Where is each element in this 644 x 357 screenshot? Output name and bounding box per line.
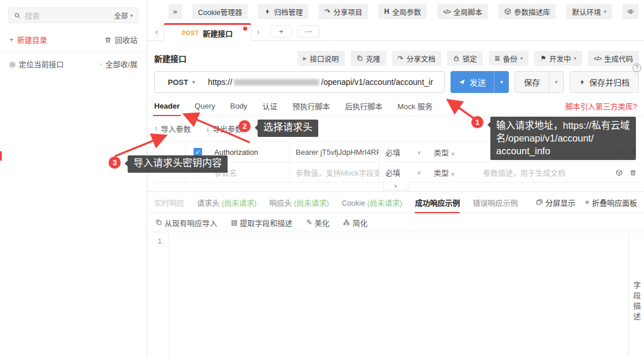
request-tabs: Header Query Body 认证 预执行脚本 后执行脚本 Mock 服务… — [147, 96, 644, 116]
toggle-all-button[interactable]: › 全部收/展 — [100, 58, 137, 69]
locate-current-label: 定位当前接口 — [18, 58, 64, 69]
play-icon: ▶ — [303, 55, 307, 61]
send-split-button: 发送 ▾ — [451, 71, 509, 93]
tab-success-example[interactable]: 成功响应示例 — [415, 197, 460, 208]
export-params-button[interactable]: ↓ 导出参数 — [206, 123, 243, 134]
split-view-icon — [536, 199, 543, 206]
search-scope-dropdown[interactable]: 全部 ▾ — [114, 10, 133, 20]
search-icon — [14, 12, 21, 19]
cube-icon — [504, 8, 511, 15]
url-input[interactable]: https:// /openapi/v1/account/account_ir — [208, 77, 444, 87]
beautify-button[interactable]: ✎ 美化 — [306, 217, 329, 228]
save-archive-button[interactable]: 保存并归档 — [569, 71, 639, 93]
extract-fields-button[interactable]: ▤ 提取字段和描述 — [231, 217, 292, 228]
tab-request-headers[interactable]: 请求头 (尚未请求) — [197, 197, 256, 208]
unsaved-dot — [243, 27, 247, 31]
toggle-all-label: 全部收/展 — [105, 58, 137, 69]
required-select[interactable]: 必填 ∨ — [379, 162, 428, 183]
step-3-badge: 3 — [109, 157, 121, 169]
tab-error-example[interactable]: 错误响应示例 — [472, 197, 518, 208]
response-tabs: 实时响应 请求头 (尚未请求) 响应头 (尚未请求) Cookie (尚未请求)… — [147, 192, 644, 213]
required-select[interactable]: 必填 ∨ — [379, 142, 428, 162]
add-tab-button[interactable]: + — [270, 25, 292, 38]
new-folder-button[interactable]: + 新建目录 — [9, 34, 47, 45]
collapse-response-panel-button[interactable]: » 折叠响应面板 — [586, 197, 637, 208]
tab-cookie[interactable]: Cookie (尚未请求) — [342, 197, 403, 208]
tab-realtime-response[interactable]: 实时响应 — [154, 197, 184, 208]
tab-body[interactable]: Body — [230, 102, 247, 110]
third-party-lib-link[interactable]: 脚本引入第三方类库? — [565, 101, 637, 111]
beautify-label: 美化 — [314, 217, 329, 228]
search-input[interactable]: 搜索 全部 ▾ — [8, 8, 139, 23]
collapse-toolbar-button[interactable]: » — [169, 4, 182, 19]
simplify-button[interactable]: 简化 — [343, 217, 367, 228]
import-params-button[interactable]: ↑ 导入参数 — [154, 123, 191, 134]
url-suffix: /openapi/v1/account/account_ir — [321, 77, 433, 87]
env-visibility-button[interactable] — [623, 4, 639, 19]
cube-icon[interactable] — [616, 169, 623, 176]
clone-button[interactable]: 克隆 — [351, 51, 386, 66]
tab-post-script[interactable]: 后执行脚本 — [345, 101, 382, 111]
backup-dropdown[interactable]: ≣ 备份 ▾ — [489, 51, 529, 66]
tab-new-endpoint[interactable]: POST 新建接口 — [163, 23, 251, 41]
tab-header[interactable]: Header — [154, 102, 180, 110]
chevron-down-icon: ▾ — [520, 55, 523, 61]
split-view-button[interactable]: 分屏显示 — [536, 197, 575, 208]
share-icon: ↷ — [325, 8, 330, 15]
clone-label: 克隆 — [366, 53, 381, 64]
save-split-button: 保存 ▾ — [515, 71, 564, 93]
param-value-input[interactable]: 参数值，支持Mock字段变量 — [289, 162, 379, 183]
share-doc-button[interactable]: ↷ 分享文档 — [392, 51, 441, 66]
double-chevron-icon: » — [173, 8, 177, 16]
row-actions — [605, 169, 641, 176]
left-edge-indicator — [0, 151, 2, 161]
pending-badge: (尚未请求) — [222, 199, 257, 207]
trash-icon[interactable] — [630, 169, 636, 176]
save-button[interactable]: 保存 — [515, 72, 549, 92]
tab-response-headers[interactable]: 响应头 (尚未请求) — [269, 197, 329, 208]
field-description-rail[interactable]: 字段描述 — [628, 232, 644, 357]
status-dropdown[interactable]: ⚑ 开发中 ▾ — [534, 51, 582, 66]
arrow-down-icon: ↓ — [206, 124, 210, 133]
url-redacted-segment — [234, 79, 319, 85]
type-select[interactable]: 类型 ∨ — [428, 167, 477, 178]
url-prefix: https:// — [208, 77, 232, 87]
recycle-bin-button[interactable]: 回收站 — [105, 34, 137, 45]
environment-label: 默认环境 — [572, 6, 601, 17]
locate-current-button[interactable]: ◎ 定位当前接口 — [9, 58, 64, 69]
tab-auth[interactable]: 认证 — [262, 101, 277, 111]
codegen-button[interactable]: </> 生成代码 — [588, 51, 639, 66]
tab-strip: ‹ POST 新建接口 › + ⋯ — [147, 23, 644, 41]
share-project-button[interactable]: ↷ 分享项目 — [319, 4, 368, 19]
method-dropdown[interactable]: POST ▾ — [155, 78, 208, 87]
collapse-request-panel-button[interactable]: ∨ — [383, 182, 408, 191]
save-options-button[interactable]: ▾ — [549, 72, 563, 92]
param-desc-lib-button[interactable]: 参数描述库 — [498, 4, 556, 19]
code-icon: </> — [594, 55, 601, 62]
cookie-manager-button[interactable]: Cookie管理器 — [192, 4, 248, 19]
tab-pre-script[interactable]: 预执行脚本 — [292, 101, 330, 111]
tab-mock[interactable]: Mock 服务 — [397, 101, 433, 111]
plus-icon: + — [9, 35, 14, 44]
lock-button[interactable]: 锁定 — [447, 51, 483, 66]
param-desc-input[interactable]: 参数描述，用于生成文档 — [477, 167, 605, 178]
type-select[interactable]: 类型 ∨ — [428, 147, 477, 158]
chevron-down-icon: ▾ — [130, 13, 133, 18]
global-params-button[interactable]: H 全局参数 — [378, 4, 427, 19]
tab-query[interactable]: Query — [195, 102, 215, 110]
editor-content[interactable] — [169, 232, 628, 357]
tabs-scroll-right-button[interactable]: › — [251, 23, 265, 40]
tab-more-button[interactable]: ⋯ — [297, 25, 319, 38]
send-button[interactable]: 发送 — [451, 71, 494, 93]
environment-dropdown[interactable]: 默认环境 ▾ — [566, 4, 612, 19]
tabs-scroll-left-button[interactable]: ‹ — [150, 23, 163, 40]
global-scripts-button[interactable]: </> 全局脚本 — [437, 4, 488, 19]
endpoint-doc-button[interactable]: ▶ 接口说明 — [297, 51, 345, 66]
import-from-response-button[interactable]: 从现有响应导入 — [155, 217, 217, 228]
send-options-button[interactable]: ▾ — [494, 71, 509, 93]
chevron-down-icon: ▾ — [555, 79, 558, 85]
param-value-input[interactable]: Bearer jT5vfjJdpHMrI4RPBA — [289, 142, 379, 162]
archive-manager-button[interactable]: 归档管理 — [258, 4, 308, 19]
paper-plane-icon — [459, 79, 466, 85]
help-icon[interactable]: ? — [632, 64, 641, 72]
